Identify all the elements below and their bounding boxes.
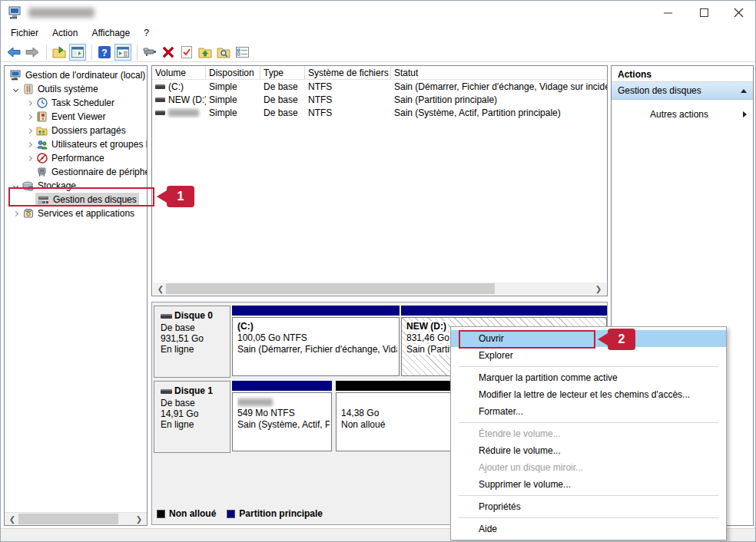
chevron-collapsed-icon[interactable] [23, 129, 35, 133]
menu-separator [459, 495, 718, 496]
action-pane-icon[interactable] [114, 44, 131, 61]
performance-icon [35, 152, 48, 164]
menu-item-modifier-lettre[interactable]: Modifier la lettre de lecteur et les che… [451, 386, 726, 403]
menu-item-etendre-volume: Étendre le volume... [451, 425, 726, 442]
menu-bar: Fichier Action Affichage ? [1, 24, 755, 42]
volume-row-redacted[interactable]: Simple De base NTFS Sain (Système, Actif… [152, 106, 607, 119]
device-manager-icon [35, 166, 48, 178]
legend-unallocated-swatch [157, 510, 165, 518]
redacted-volume-name [168, 109, 199, 117]
menu-fichier[interactable]: Fichier [4, 25, 45, 41]
folder-up-icon[interactable] [197, 44, 214, 61]
annotation-badge-step1: 1 [157, 186, 194, 207]
tree-item-event-viewer[interactable]: Event Viewer [5, 110, 147, 124]
actions-header: Actions [612, 66, 753, 82]
computer-management-app-icon [8, 6, 22, 19]
menu-separator [459, 366, 718, 367]
scroll-right-icon[interactable]: ❯ [592, 283, 605, 295]
scroll-right-icon[interactable]: ❯ [133, 513, 145, 525]
partition-system-redacted[interactable]: 549 Mo NTFS Sain (Système, Actif, P [232, 381, 332, 451]
redacted-partition-name [237, 398, 273, 406]
column-header-volume[interactable]: Volume [152, 66, 206, 79]
delete-icon[interactable] [160, 44, 177, 61]
collapse-icon[interactable] [741, 89, 747, 93]
chevron-collapsed-icon[interactable] [23, 157, 35, 160]
tree-item-performance[interactable]: Performance [5, 151, 147, 165]
scrollbar-thumb[interactable] [18, 514, 118, 524]
clock-icon [35, 97, 48, 109]
primary-partition-bar [401, 306, 607, 316]
column-header-statut[interactable]: Statut [391, 66, 607, 79]
tools-icon [22, 83, 35, 95]
chevron-collapsed-icon[interactable] [23, 101, 35, 105]
help-icon[interactable]: ? [96, 44, 113, 61]
tree-item-services-applications[interactable]: Services et applications [5, 207, 147, 220]
properties-icon[interactable] [234, 44, 250, 61]
title-bar [1, 1, 755, 24]
maximize-button[interactable] [691, 1, 716, 24]
legend-primary-swatch [227, 510, 235, 518]
primary-partition-bar [232, 306, 400, 316]
menu-help[interactable]: ? [137, 25, 156, 41]
disk1-label[interactable]: Disque 1 De base 14,91 Go En ligne [154, 381, 230, 453]
tree-item-task-scheduler[interactable]: Task Scheduler [5, 96, 147, 110]
volume-icon [155, 97, 165, 102]
tree-item-gestionnaire-peripheriques[interactable]: Gestionnaire de périphé [5, 165, 147, 179]
menu-item-aide[interactable]: Aide [451, 521, 726, 537]
submenu-arrow-icon [743, 111, 747, 117]
tree-item-utilisateurs-groupes[interactable]: Utilisateurs et groupes l [5, 137, 147, 151]
chevron-expanded-icon[interactable] [9, 88, 22, 91]
volume-row-new-d[interactable]: NEW (D:) Simple De base NTFS Sain (Parti… [152, 93, 607, 106]
rescan-icon[interactable] [141, 44, 158, 61]
toolbar-separator [46, 45, 47, 60]
volume-icon [155, 111, 165, 115]
volume-list-header: Volume Disposition Type Système de fichi… [152, 66, 607, 80]
tree-horizontal-scrollbar[interactable]: ❮ ❯ [5, 512, 147, 525]
volume-row-c[interactable]: (C:) Simple De base NTFS Sain (Démarrer,… [152, 80, 607, 93]
window-title-redacted [28, 8, 94, 18]
volume-list-horizontal-scrollbar[interactable]: ❮ ❯ [153, 283, 606, 295]
menu-item-supprimer-volume[interactable]: Supprimer le volume... [451, 476, 726, 493]
tree-item-dossiers-partages[interactable]: Dossiers partagés [5, 124, 147, 137]
partition-context-menu: Ouvrir Explorer Marquer la partition com… [450, 326, 727, 540]
menu-affichage[interactable]: Affichage [85, 25, 137, 41]
console-window-icon[interactable] [69, 44, 86, 61]
actions-group-gestion-des-disques[interactable]: Gestion des disques [612, 82, 753, 100]
menu-item-marquer-active[interactable]: Marquer la partition comme active [451, 369, 726, 386]
column-header-disposition[interactable]: Disposition [206, 66, 260, 79]
back-icon[interactable] [5, 44, 22, 61]
menu-item-reduire-volume[interactable]: Réduire le volume... [451, 442, 726, 459]
scroll-left-icon[interactable]: ❮ [6, 513, 18, 525]
scroll-left-icon[interactable]: ❮ [154, 283, 167, 295]
badge-tail-icon [598, 333, 608, 345]
menu-separator [459, 422, 718, 423]
menu-item-formater[interactable]: Formater... [451, 403, 726, 420]
toolbar-separator [91, 45, 92, 60]
tree-item-outils-systeme[interactable]: Outils système [5, 82, 147, 96]
menu-item-proprietes[interactable]: Propriétés [451, 498, 726, 515]
volume-icon [155, 84, 165, 89]
menu-action[interactable]: Action [45, 25, 85, 41]
annotation-box-step2 [459, 330, 595, 349]
partition-c[interactable]: (C:) 100,05 Go NTFS Sain (Démarrer, Fich… [232, 306, 400, 376]
column-header-type[interactable]: Type [260, 66, 305, 79]
column-header-file-system[interactable]: Système de fichiers [305, 66, 391, 79]
document-check-icon[interactable] [178, 44, 195, 61]
chevron-collapsed-icon[interactable] [23, 143, 35, 147]
annotation-badge-step2: 2 [598, 329, 635, 350]
badge-tail-icon [157, 190, 167, 203]
services-icon [22, 207, 35, 220]
chevron-collapsed-icon[interactable] [9, 212, 22, 216]
close-button[interactable] [726, 1, 751, 24]
actions-item-autres-actions[interactable]: Autres actions [612, 106, 753, 123]
tree-item-gestion-ordinateur[interactable]: Gestion de l'ordinateur (local) [5, 68, 147, 82]
minimize-button[interactable] [655, 1, 680, 24]
forward-icon[interactable] [24, 44, 41, 61]
disk0-label[interactable]: Disque 0 De base 931,51 Go En ligne [154, 306, 230, 378]
menu-item-ajouter-miroir: Ajouter un disque miroir... [451, 459, 726, 476]
scrollbar-thumb[interactable] [166, 283, 495, 294]
menu-item-explorer[interactable]: Explorer [451, 347, 726, 364]
folder-search-icon[interactable] [215, 44, 232, 61]
folder-export-icon[interactable] [51, 44, 68, 61]
chevron-collapsed-icon[interactable] [23, 115, 35, 119]
